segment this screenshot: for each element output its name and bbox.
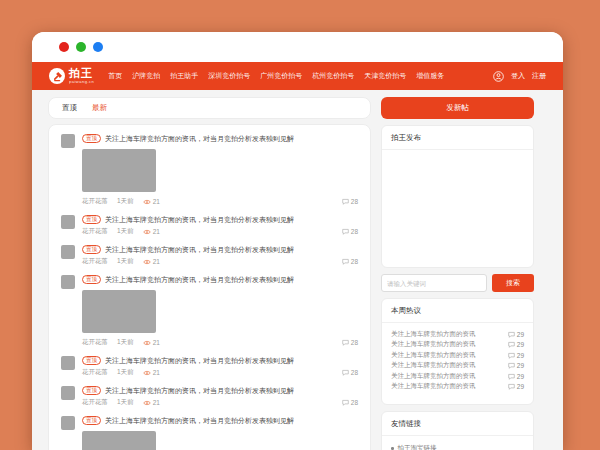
nav-item-services[interactable]: 增值服务 bbox=[416, 71, 444, 81]
register-link[interactable]: 注册 bbox=[532, 71, 546, 81]
comments-icon bbox=[508, 373, 515, 380]
tab-latest[interactable]: 最新 bbox=[92, 103, 107, 113]
pinned-badge: 置顶 bbox=[82, 416, 101, 426]
views-icon bbox=[143, 199, 151, 205]
post-list-item[interactable]: 置顶 关注上海车牌竞拍方面的资讯，对当月竞拍分析发表独到见解 花开花落 1天前 bbox=[61, 351, 358, 381]
hot-topic-item[interactable]: 关注上海车牌竞拍方面的资讯 29 bbox=[391, 350, 524, 361]
post-author[interactable]: 花开花落 bbox=[82, 398, 108, 407]
post-author[interactable]: 花开花落 bbox=[82, 338, 108, 347]
nav-item-hangzhou[interactable]: 杭州竞价拍号 bbox=[312, 71, 354, 81]
search-button[interactable]: 搜索 bbox=[492, 274, 534, 292]
post-thumbnail[interactable] bbox=[82, 431, 156, 450]
nav-item-home[interactable]: 首页 bbox=[108, 71, 122, 81]
post-list-item[interactable]: 置顶 关注上海车牌竞拍方面的资讯，对当月竞拍分析发表独到见解 花开花落 1天前 bbox=[61, 411, 358, 450]
comments-icon bbox=[342, 228, 349, 235]
hot-topic-count: 29 bbox=[517, 331, 524, 338]
traffic-light-maximize[interactable] bbox=[93, 42, 103, 52]
hot-topic-text[interactable]: 关注上海车牌竞拍方面的资讯 bbox=[391, 351, 508, 360]
hot-topic-count: 29 bbox=[517, 373, 524, 380]
post-author[interactable]: 花开花落 bbox=[82, 368, 108, 377]
comments-count: 28 bbox=[351, 198, 358, 205]
post-avatar[interactable] bbox=[61, 275, 75, 289]
views-count: 21 bbox=[153, 198, 160, 205]
nav-item-hupai[interactable]: 沪牌竞拍 bbox=[132, 71, 160, 81]
hot-topic-count: 29 bbox=[517, 352, 524, 359]
comments-count: 28 bbox=[351, 228, 358, 235]
hot-topic-count: 29 bbox=[517, 341, 524, 348]
publish-box-body bbox=[382, 150, 533, 267]
hot-topic-item[interactable]: 关注上海车牌竞拍方面的资讯 29 bbox=[391, 361, 524, 372]
search-input[interactable] bbox=[381, 274, 487, 292]
pinned-badge: 置顶 bbox=[82, 215, 101, 225]
post-avatar[interactable] bbox=[61, 134, 75, 148]
hot-topic-text[interactable]: 关注上海车牌竞拍方面的资讯 bbox=[391, 361, 508, 370]
post-author[interactable]: 花开花落 bbox=[82, 257, 108, 266]
views-count: 21 bbox=[153, 399, 160, 406]
views-icon bbox=[143, 229, 151, 235]
post-thumbnail[interactable] bbox=[82, 149, 156, 192]
logo-text: 拍王 bbox=[69, 68, 94, 79]
comments-icon bbox=[342, 198, 349, 205]
nav-item-assistant[interactable]: 拍王助手 bbox=[170, 71, 198, 81]
post-tabs: 置顶 最新 bbox=[48, 97, 371, 119]
publish-box-title: 拍王发布 bbox=[382, 126, 533, 150]
post-avatar[interactable] bbox=[61, 416, 75, 430]
browser-window: 拍王 paiwang.cn 首页 沪牌竞拍 拍王助手 深圳竞价拍号 广州竞价拍号… bbox=[32, 32, 563, 450]
friend-link-item[interactable]: 拍王淘宝链接 bbox=[391, 444, 524, 450]
user-icon[interactable] bbox=[493, 71, 504, 82]
top-navbar: 拍王 paiwang.cn 首页 沪牌竞拍 拍王助手 深圳竞价拍号 广州竞价拍号… bbox=[32, 62, 563, 90]
comments-icon bbox=[342, 258, 349, 265]
pinned-badge: 置顶 bbox=[82, 275, 101, 285]
comments-icon bbox=[342, 369, 349, 376]
post-avatar[interactable] bbox=[61, 245, 75, 259]
nav-item-guangzhou[interactable]: 广州竞价拍号 bbox=[260, 71, 302, 81]
post-title[interactable]: 关注上海车牌竞拍方面的资讯，对当月竞拍分析发表独到见解 bbox=[105, 134, 294, 144]
hot-topic-item[interactable]: 关注上海车牌竞拍方面的资讯 29 bbox=[391, 382, 524, 393]
post-avatar[interactable] bbox=[61, 386, 75, 400]
nav-item-tianjin[interactable]: 天津竞价拍号 bbox=[364, 71, 406, 81]
post-list-item[interactable]: 置顶 关注上海车牌竞拍方面的资讯，对当月竞拍分析发表独到见解 花开花落 1天前 bbox=[61, 210, 358, 240]
post-list-item[interactable]: 置顶 关注上海车牌竞拍方面的资讯，对当月竞拍分析发表独到见解 花开花落 1天前 bbox=[61, 381, 358, 411]
post-time: 1天前 bbox=[117, 227, 134, 236]
hot-topic-item[interactable]: 关注上海车牌竞拍方面的资讯 29 bbox=[391, 371, 524, 382]
post-list-item[interactable]: 置顶 关注上海车牌竞拍方面的资讯，对当月竞拍分析发表独到见解 花开花落 1天前 bbox=[61, 129, 358, 210]
hot-topic-count: 29 bbox=[517, 362, 524, 369]
publish-box: 拍王发布 bbox=[381, 125, 534, 268]
comments-count: 28 bbox=[351, 399, 358, 406]
pinned-badge: 置顶 bbox=[82, 134, 101, 144]
hot-topics-list: 关注上海车牌竞拍方面的资讯 29 bbox=[382, 323, 533, 404]
hot-topic-item[interactable]: 关注上海车牌竞拍方面的资讯 29 bbox=[391, 340, 524, 351]
post-time: 1天前 bbox=[117, 197, 134, 206]
post-avatar[interactable] bbox=[61, 215, 75, 229]
post-title[interactable]: 关注上海车牌竞拍方面的资讯，对当月竞拍分析发表独到见解 bbox=[105, 215, 294, 225]
post-thumbnail[interactable] bbox=[82, 290, 156, 333]
hot-topic-item[interactable]: 关注上海车牌竞拍方面的资讯 29 bbox=[391, 329, 524, 340]
post-avatar[interactable] bbox=[61, 356, 75, 370]
post-author[interactable]: 花开花落 bbox=[82, 227, 108, 236]
pinned-badge: 置顶 bbox=[82, 386, 101, 396]
hot-topic-text[interactable]: 关注上海车牌竞拍方面的资讯 bbox=[391, 372, 508, 381]
post-title[interactable]: 关注上海车牌竞拍方面的资讯，对当月竞拍分析发表独到见解 bbox=[105, 275, 294, 285]
logo-subtext: paiwang.cn bbox=[69, 80, 94, 84]
hot-topic-text[interactable]: 关注上海车牌竞拍方面的资讯 bbox=[391, 340, 508, 349]
login-link[interactable]: 登入 bbox=[511, 71, 525, 81]
post-list-item[interactable]: 置顶 关注上海车牌竞拍方面的资讯，对当月竞拍分析发表独到见解 花开花落 1天前 bbox=[61, 240, 358, 270]
comments-icon bbox=[342, 399, 349, 406]
friend-link-text[interactable]: 拍王淘宝链接 bbox=[398, 444, 437, 450]
traffic-light-minimize[interactable] bbox=[76, 42, 86, 52]
post-title[interactable]: 关注上海车牌竞拍方面的资讯，对当月竞拍分析发表独到见解 bbox=[105, 356, 294, 366]
views-count: 21 bbox=[153, 369, 160, 376]
post-title[interactable]: 关注上海车牌竞拍方面的资讯，对当月竞拍分析发表独到见解 bbox=[105, 245, 294, 255]
post-title[interactable]: 关注上海车牌竞拍方面的资讯，对当月竞拍分析发表独到见解 bbox=[105, 416, 294, 426]
site-logo[interactable]: 拍王 paiwang.cn bbox=[49, 68, 94, 84]
traffic-light-close[interactable] bbox=[59, 42, 69, 52]
comments-icon bbox=[508, 331, 515, 338]
post-list-item[interactable]: 置顶 关注上海车牌竞拍方面的资讯，对当月竞拍分析发表独到见解 花开花落 1天前 bbox=[61, 270, 358, 351]
new-post-button[interactable]: 发新帖 bbox=[381, 97, 534, 119]
tab-pinned[interactable]: 置顶 bbox=[62, 103, 77, 113]
hot-topic-text[interactable]: 关注上海车牌竞拍方面的资讯 bbox=[391, 330, 508, 339]
post-title[interactable]: 关注上海车牌竞拍方面的资讯，对当月竞拍分析发表独到见解 bbox=[105, 386, 294, 396]
post-author[interactable]: 花开花落 bbox=[82, 197, 108, 206]
nav-item-shenzhen[interactable]: 深圳竞价拍号 bbox=[208, 71, 250, 81]
hot-topic-text[interactable]: 关注上海车牌竞拍方面的资讯 bbox=[391, 382, 508, 391]
